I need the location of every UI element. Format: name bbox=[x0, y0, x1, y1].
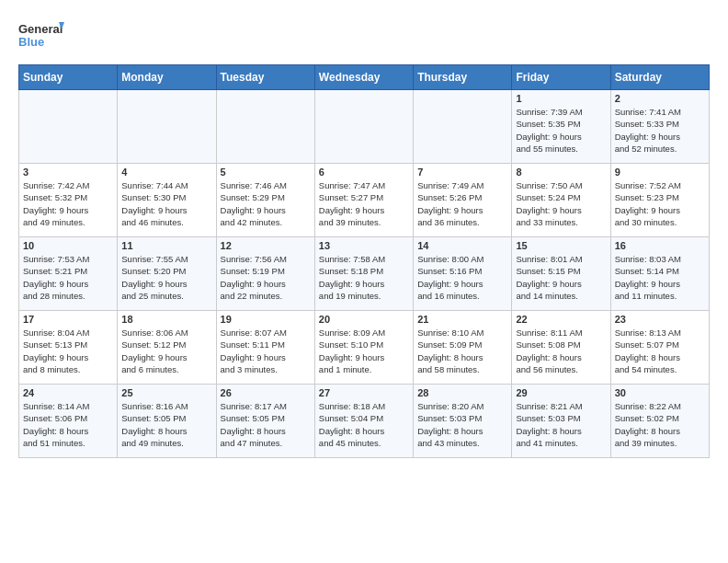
weekday-header-row: SundayMondayTuesdayWednesdayThursdayFrid… bbox=[19, 65, 710, 90]
day-info: Sunrise: 8:17 AM Sunset: 5:05 PM Dayligh… bbox=[221, 400, 311, 449]
day-info: Sunrise: 7:52 AM Sunset: 5:23 PM Dayligh… bbox=[615, 179, 705, 228]
calendar-cell: 15Sunrise: 8:01 AM Sunset: 5:15 PM Dayli… bbox=[512, 237, 610, 311]
day-info: Sunrise: 7:56 AM Sunset: 5:19 PM Dayligh… bbox=[221, 253, 311, 302]
svg-text:General: General bbox=[18, 22, 63, 36]
calendar-cell: 20Sunrise: 8:09 AM Sunset: 5:10 PM Dayli… bbox=[314, 311, 413, 385]
day-number: 13 bbox=[319, 240, 409, 251]
day-info: Sunrise: 8:00 AM Sunset: 5:16 PM Dayligh… bbox=[417, 253, 507, 302]
logo: General Blue bbox=[18, 18, 64, 55]
day-number: 12 bbox=[221, 240, 311, 251]
calendar-week-row: 24Sunrise: 8:14 AM Sunset: 5:06 PM Dayli… bbox=[19, 385, 710, 458]
day-info: Sunrise: 8:10 AM Sunset: 5:09 PM Dayligh… bbox=[417, 327, 507, 375]
calendar-cell: 8Sunrise: 7:50 AM Sunset: 5:24 PM Daylig… bbox=[512, 164, 610, 237]
calendar-cell: 1Sunrise: 7:39 AM Sunset: 5:35 PM Daylig… bbox=[512, 90, 610, 164]
weekday-header-tuesday: Tuesday bbox=[216, 65, 314, 90]
calendar-table: SundayMondayTuesdayWednesdayThursdayFrid… bbox=[18, 64, 710, 458]
calendar-week-row: 1Sunrise: 7:39 AM Sunset: 5:35 PM Daylig… bbox=[19, 90, 710, 164]
day-number: 19 bbox=[221, 314, 311, 325]
day-number: 20 bbox=[319, 314, 409, 325]
day-number: 5 bbox=[221, 167, 311, 178]
calendar-cell: 14Sunrise: 8:00 AM Sunset: 5:16 PM Dayli… bbox=[414, 237, 512, 311]
weekday-header-saturday: Saturday bbox=[610, 65, 709, 90]
day-info: Sunrise: 8:07 AM Sunset: 5:11 PM Dayligh… bbox=[221, 327, 311, 375]
calendar-cell: 3Sunrise: 7:42 AM Sunset: 5:32 PM Daylig… bbox=[19, 164, 118, 237]
day-info: Sunrise: 8:06 AM Sunset: 5:12 PM Dayligh… bbox=[121, 327, 211, 375]
day-info: Sunrise: 8:20 AM Sunset: 5:03 PM Dayligh… bbox=[417, 400, 507, 449]
calendar-cell: 12Sunrise: 7:56 AM Sunset: 5:19 PM Dayli… bbox=[216, 237, 314, 311]
day-number: 21 bbox=[417, 314, 507, 325]
calendar-cell: 17Sunrise: 8:04 AM Sunset: 5:13 PM Dayli… bbox=[19, 311, 118, 385]
calendar-cell: 28Sunrise: 8:20 AM Sunset: 5:03 PM Dayli… bbox=[414, 385, 512, 458]
day-info: Sunrise: 7:42 AM Sunset: 5:32 PM Dayligh… bbox=[23, 179, 113, 228]
day-number: 29 bbox=[516, 387, 606, 398]
calendar-cell: 2Sunrise: 7:41 AM Sunset: 5:33 PM Daylig… bbox=[610, 90, 709, 164]
day-info: Sunrise: 7:47 AM Sunset: 5:27 PM Dayligh… bbox=[319, 179, 409, 228]
day-info: Sunrise: 8:09 AM Sunset: 5:10 PM Dayligh… bbox=[319, 327, 409, 375]
day-info: Sunrise: 7:46 AM Sunset: 5:29 PM Dayligh… bbox=[221, 179, 311, 228]
page-header: General Blue bbox=[18, 18, 710, 55]
calendar-week-row: 17Sunrise: 8:04 AM Sunset: 5:13 PM Dayli… bbox=[19, 311, 710, 385]
day-info: Sunrise: 7:41 AM Sunset: 5:33 PM Dayligh… bbox=[615, 106, 705, 155]
day-info: Sunrise: 8:11 AM Sunset: 5:08 PM Dayligh… bbox=[516, 327, 606, 375]
calendar-cell: 19Sunrise: 8:07 AM Sunset: 5:11 PM Dayli… bbox=[216, 311, 314, 385]
calendar-cell: 30Sunrise: 8:22 AM Sunset: 5:02 PM Dayli… bbox=[610, 385, 709, 458]
day-number: 25 bbox=[121, 387, 211, 398]
day-number: 14 bbox=[417, 240, 507, 251]
day-number: 24 bbox=[23, 387, 113, 398]
calendar-cell: 4Sunrise: 7:44 AM Sunset: 5:30 PM Daylig… bbox=[118, 164, 216, 237]
day-info: Sunrise: 7:44 AM Sunset: 5:30 PM Dayligh… bbox=[121, 179, 211, 228]
calendar-cell: 18Sunrise: 8:06 AM Sunset: 5:12 PM Dayli… bbox=[118, 311, 216, 385]
day-info: Sunrise: 8:03 AM Sunset: 5:14 PM Dayligh… bbox=[615, 253, 705, 302]
calendar-cell: 21Sunrise: 8:10 AM Sunset: 5:09 PM Dayli… bbox=[414, 311, 512, 385]
day-number: 30 bbox=[615, 387, 705, 398]
calendar-cell: 23Sunrise: 8:13 AM Sunset: 5:07 PM Dayli… bbox=[610, 311, 709, 385]
calendar-cell: 29Sunrise: 8:21 AM Sunset: 5:03 PM Dayli… bbox=[512, 385, 610, 458]
day-info: Sunrise: 8:14 AM Sunset: 5:06 PM Dayligh… bbox=[23, 400, 113, 449]
day-info: Sunrise: 8:04 AM Sunset: 5:13 PM Dayligh… bbox=[23, 327, 113, 375]
day-number: 23 bbox=[615, 314, 705, 325]
calendar-cell: 9Sunrise: 7:52 AM Sunset: 5:23 PM Daylig… bbox=[610, 164, 709, 237]
day-number: 3 bbox=[23, 167, 113, 178]
day-info: Sunrise: 7:39 AM Sunset: 5:35 PM Dayligh… bbox=[516, 106, 606, 155]
calendar-cell: 26Sunrise: 8:17 AM Sunset: 5:05 PM Dayli… bbox=[216, 385, 314, 458]
day-number: 11 bbox=[121, 240, 211, 251]
day-number: 26 bbox=[221, 387, 311, 398]
weekday-header-wednesday: Wednesday bbox=[314, 65, 413, 90]
calendar-cell: 11Sunrise: 7:55 AM Sunset: 5:20 PM Dayli… bbox=[118, 237, 216, 311]
calendar-cell: 13Sunrise: 7:58 AM Sunset: 5:18 PM Dayli… bbox=[314, 237, 413, 311]
day-number: 9 bbox=[615, 167, 705, 178]
day-info: Sunrise: 8:01 AM Sunset: 5:15 PM Dayligh… bbox=[516, 253, 606, 302]
calendar-cell bbox=[216, 90, 314, 164]
weekday-header-monday: Monday bbox=[118, 65, 216, 90]
calendar-cell bbox=[118, 90, 216, 164]
calendar-cell: 24Sunrise: 8:14 AM Sunset: 5:06 PM Dayli… bbox=[19, 385, 118, 458]
day-number: 6 bbox=[319, 167, 409, 178]
day-number: 17 bbox=[23, 314, 113, 325]
day-number: 16 bbox=[615, 240, 705, 251]
day-number: 7 bbox=[417, 167, 507, 178]
calendar-cell bbox=[314, 90, 413, 164]
day-info: Sunrise: 7:50 AM Sunset: 5:24 PM Dayligh… bbox=[516, 179, 606, 228]
weekday-header-thursday: Thursday bbox=[414, 65, 512, 90]
day-number: 18 bbox=[121, 314, 211, 325]
calendar-week-row: 10Sunrise: 7:53 AM Sunset: 5:21 PM Dayli… bbox=[19, 237, 710, 311]
calendar-cell: 6Sunrise: 7:47 AM Sunset: 5:27 PM Daylig… bbox=[314, 164, 413, 237]
calendar-cell: 7Sunrise: 7:49 AM Sunset: 5:26 PM Daylig… bbox=[414, 164, 512, 237]
svg-text:Blue: Blue bbox=[18, 35, 44, 49]
calendar-cell: 16Sunrise: 8:03 AM Sunset: 5:14 PM Dayli… bbox=[610, 237, 709, 311]
calendar-week-row: 3Sunrise: 7:42 AM Sunset: 5:32 PM Daylig… bbox=[19, 164, 710, 237]
day-number: 8 bbox=[516, 167, 606, 178]
day-info: Sunrise: 7:55 AM Sunset: 5:20 PM Dayligh… bbox=[121, 253, 211, 302]
day-number: 4 bbox=[121, 167, 211, 178]
weekday-header-sunday: Sunday bbox=[19, 65, 118, 90]
calendar-cell: 27Sunrise: 8:18 AM Sunset: 5:04 PM Dayli… bbox=[314, 385, 413, 458]
day-info: Sunrise: 7:58 AM Sunset: 5:18 PM Dayligh… bbox=[319, 253, 409, 302]
calendar-cell: 10Sunrise: 7:53 AM Sunset: 5:21 PM Dayli… bbox=[19, 237, 118, 311]
calendar-cell bbox=[19, 90, 118, 164]
day-number: 28 bbox=[417, 387, 507, 398]
day-info: Sunrise: 8:16 AM Sunset: 5:05 PM Dayligh… bbox=[121, 400, 211, 449]
day-info: Sunrise: 8:22 AM Sunset: 5:02 PM Dayligh… bbox=[615, 400, 705, 449]
calendar-cell: 5Sunrise: 7:46 AM Sunset: 5:29 PM Daylig… bbox=[216, 164, 314, 237]
day-number: 1 bbox=[516, 93, 606, 104]
day-info: Sunrise: 7:53 AM Sunset: 5:21 PM Dayligh… bbox=[23, 253, 113, 302]
